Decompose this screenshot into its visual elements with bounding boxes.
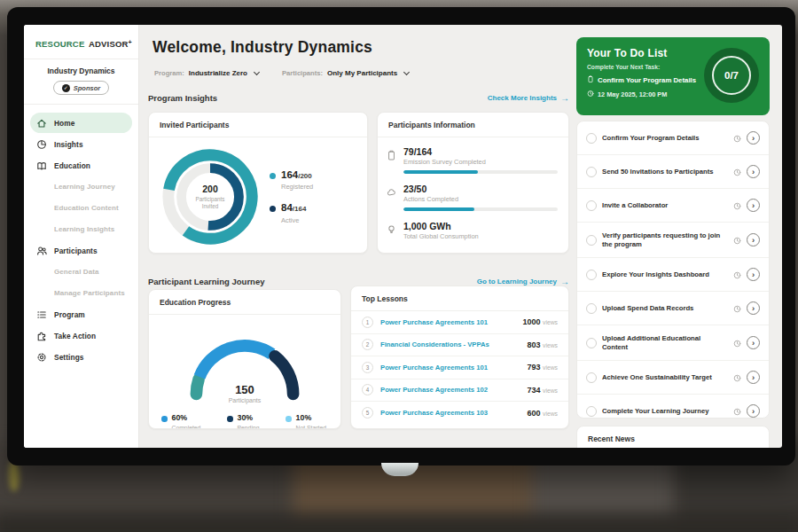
legend-item: 84/164 Active — [270, 203, 313, 224]
task-item[interactable]: Invite a Collaborator › — [577, 189, 769, 223]
task-checkbox[interactable] — [586, 303, 597, 314]
legend-dot — [270, 173, 276, 179]
sidebar-item-learning-insights[interactable]: Learning Insights — [30, 219, 132, 239]
logo-advisor: ADVISOR — [89, 39, 129, 49]
card-title: Invited Participants — [149, 113, 367, 137]
task-checkbox[interactable] — [586, 200, 597, 211]
task-chevron-button[interactable]: › — [747, 165, 760, 178]
program-dropdown[interactable]: Program: Industrialize Zero — [154, 69, 259, 77]
lesson-title-link[interactable]: Power Purchase Agreements 101 — [380, 318, 515, 326]
lesson-title-link[interactable]: Power Purchase Agreements 102 — [380, 386, 520, 394]
page-title: Welcome, Industry Dynamics — [153, 38, 372, 57]
todo-next-task: Confirm Your Program Details — [598, 76, 696, 84]
invited-participants-card: Invited Participants 200 Participants In… — [148, 112, 368, 254]
task-checkbox[interactable] — [586, 372, 597, 383]
task-chevron-button[interactable]: › — [747, 301, 760, 315]
task-item[interactable]: Explore Your Insights Dashboard › — [577, 258, 769, 292]
task-item[interactable]: Upload Additional Educational Content › — [577, 325, 769, 361]
task-checkbox[interactable] — [586, 406, 597, 417]
task-chevron-button[interactable]: › — [747, 233, 760, 246]
legend-item: 10%Not Started — [286, 414, 326, 429]
lesson-rank: 4 — [362, 384, 373, 395]
lesson-rank: 1 — [362, 317, 373, 328]
sponsor-badge-icon: ✓ — [62, 84, 70, 92]
info-row: 1,000 GWh Total Global Consumption — [387, 221, 558, 240]
sidebar-item-participants[interactable]: Participants — [30, 240, 132, 261]
task-item[interactable]: Verify participants requesting to join t… — [577, 223, 769, 258]
task-item[interactable]: Achieve One Sustainability Target › — [577, 361, 769, 395]
task-item[interactable]: Complete Your Learning Journey › — [577, 395, 769, 419]
lesson-row[interactable]: 1 Power Purchase Agreements 101 1000 vie… — [351, 311, 568, 334]
sidebar-item-home[interactable]: Home — [30, 113, 132, 133]
task-checkbox[interactable] — [586, 338, 597, 348]
task-checkbox[interactable] — [586, 235, 597, 246]
gauge-center-value: 150 — [178, 383, 311, 396]
sidebar-item-take-action[interactable]: Take Action — [30, 325, 132, 346]
lesson-row[interactable]: 3 Power Purchase Agreements 101 793 view… — [351, 356, 568, 379]
monitor-bezel: RESOURCE ADVISOR+ Industry Dynamics ✓ Sp… — [7, 7, 795, 466]
filters-row: Program: Industrialize Zero Participants… — [154, 69, 409, 77]
task-chevron-button[interactable]: › — [747, 131, 760, 145]
clock-icon — [587, 90, 594, 99]
legend-item: 164/200 Registered — [270, 170, 313, 192]
check-more-insights-link[interactable]: Check More Insights → — [488, 93, 569, 103]
sidebar-item-label: General Data — [54, 268, 99, 276]
org-block: Industry Dynamics ✓ Sponsor — [24, 59, 138, 105]
sidebar-item-label: Insights — [54, 140, 83, 149]
sponsor-badge-label: Sponsor — [74, 84, 100, 92]
sidebar-item-label: Home — [54, 119, 74, 128]
lesson-title-link[interactable]: Power Purchase Agreements 101 — [380, 364, 520, 372]
progress-bar — [403, 207, 558, 211]
donut-center-label: Participants Invited — [187, 196, 233, 210]
sidebar-item-settings[interactable]: Settings — [30, 347, 132, 367]
section-title: Program Insights — [148, 93, 217, 103]
cloud-icon — [387, 184, 397, 211]
recent-news-title: Recent News — [577, 426, 769, 448]
participants-dropdown[interactable]: Participants: Only My Participants — [282, 69, 409, 77]
task-item[interactable]: Send 50 Invitations to Participants › — [577, 155, 769, 189]
task-item[interactable]: Upload Spend Data Records › — [577, 292, 769, 325]
lesson-rank: 2 — [362, 339, 373, 350]
sidebar-item-manage-participants[interactable]: Manage Participants — [30, 283, 132, 303]
org-name: Industry Dynamics — [29, 66, 133, 75]
clock-icon — [733, 164, 741, 180]
lesson-title-link[interactable]: Financial Considerations - VPPAs — [380, 340, 520, 348]
task-chevron-button[interactable]: › — [747, 336, 760, 349]
sidebar-item-education-content[interactable]: Education Content — [30, 198, 132, 218]
todo-due-date: 12 May 2025, 12:00 PM — [598, 90, 667, 98]
card-title: Education Progress — [149, 290, 340, 315]
task-chevron-button[interactable]: › — [747, 404, 760, 418]
task-checkbox[interactable] — [586, 270, 597, 280]
lesson-title-link[interactable]: Power Purchase Agreements 103 — [380, 409, 520, 417]
task-label: Complete Your Learning Journey — [602, 407, 728, 416]
program-insights-header: Program Insights Check More Insights → — [148, 93, 569, 103]
todo-progress-ring: 0/7 — [704, 48, 759, 103]
lesson-row[interactable]: 4 Power Purchase Agreements 102 734 view… — [351, 379, 568, 403]
task-chevron-button[interactable]: › — [747, 199, 760, 212]
donut-center-value: 200 — [202, 184, 218, 194]
sidebar-item-general-data[interactable]: General Data — [30, 262, 132, 282]
sidebar-item-insights[interactable]: Insights — [30, 134, 132, 154]
task-chevron-button[interactable]: › — [747, 268, 760, 281]
task-chevron-button[interactable]: › — [747, 371, 760, 384]
lesson-row[interactable]: 5 Power Purchase Agreements 103 600 view… — [351, 402, 568, 425]
task-checkbox[interactable] — [586, 133, 597, 144]
task-checkbox[interactable] — [586, 167, 597, 177]
lesson-row[interactable]: 2 Financial Considerations - VPPAs 803 v… — [351, 334, 568, 357]
task-label: Verify participants requesting to join t… — [602, 231, 728, 249]
logo-resource: RESOURCE — [35, 39, 84, 49]
todo-progress-value: 0/7 — [724, 70, 739, 81]
sidebar-item-label: Education Content — [54, 204, 119, 212]
sidebar-item-education[interactable]: Education — [30, 155, 132, 176]
sidebar-item-learning-journey[interactable]: Learning Journey — [30, 176, 132, 197]
sidebar: RESOURCE ADVISOR+ Industry Dynamics ✓ Sp… — [24, 25, 139, 448]
task-label: Explore Your Insights Dashboard — [602, 270, 728, 279]
education-gauge-chart: 150 Participants — [178, 329, 311, 403]
sidebar-item-label: Education — [54, 161, 90, 170]
legend-dot — [286, 416, 292, 422]
task-item[interactable]: Confirm Your Program Details › — [577, 121, 769, 155]
participants-information-card: Participants Information 79/164 Emission… — [377, 112, 569, 254]
sidebar-item-label: Learning Insights — [54, 225, 114, 233]
sidebar-item-program[interactable]: Program — [30, 304, 132, 325]
task-label: Upload Additional Educational Content — [602, 334, 728, 352]
